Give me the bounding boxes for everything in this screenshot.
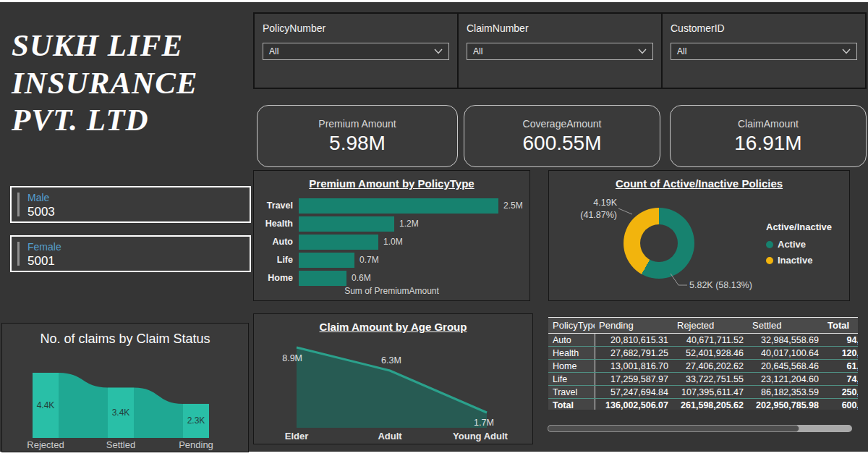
- donut-hole: [640, 224, 678, 262]
- female-value: 5001: [27, 254, 55, 269]
- bar-value-label: 0.7M: [359, 255, 379, 265]
- bar[interactable]: [299, 235, 378, 250]
- table-cell: 20,645,568.46: [748, 360, 823, 373]
- bar-category-label: Travel: [258, 200, 299, 211]
- area-value-label: 1.7M: [474, 418, 494, 428]
- dashboard-canvas: SUKH LIFE INSURANCE PVT. LTD PolicyNumbe…: [0, 2, 868, 452]
- kpi-claim-amount: ClaimAmount 16.91M: [670, 105, 867, 167]
- legend-title: Active/Inactive: [766, 221, 832, 232]
- bar[interactable]: [299, 253, 354, 268]
- funnel-value-label: 4.4K: [37, 400, 55, 410]
- area-category-label: Adult: [378, 431, 402, 442]
- kpi-value: 5.98M: [258, 132, 457, 155]
- table-panel: PolicyTypePendingRejectedSettledTotal Au…: [548, 317, 858, 410]
- vertical-divider: [17, 193, 20, 216]
- table-cell: 107,395,611.47: [673, 386, 748, 399]
- scrollbar-thumb[interactable]: [548, 425, 799, 432]
- legend-item-inactive[interactable]: Inactive: [766, 255, 832, 266]
- funnel-connector: [59, 373, 108, 438]
- table-cell: Home: [548, 360, 595, 373]
- chevron-down-icon: [842, 48, 851, 54]
- customerid-dropdown[interactable]: All: [671, 43, 857, 60]
- bar[interactable]: [299, 198, 498, 214]
- area-category-label: Elder: [285, 431, 309, 442]
- table-row[interactable]: Home13,001,816.7027,406,202.6220,645,568…: [548, 360, 858, 373]
- table-cell: 17,259,587.97: [595, 373, 673, 386]
- table-cell: 52,401,928.46: [673, 347, 748, 360]
- table-cell: 136,002,506.07: [595, 399, 673, 410]
- bar[interactable]: [299, 216, 394, 232]
- area-category-label: Young Adult: [453, 431, 508, 442]
- column-header[interactable]: Pending: [595, 318, 673, 334]
- table-cell: 23,121,204.60: [748, 373, 823, 386]
- donut-chart-panel: Count of Active/Inactive Policies 4.19K …: [548, 170, 850, 301]
- female-card: Female 5001: [10, 235, 251, 272]
- active-dot-icon: [766, 241, 773, 248]
- table-cell: Health: [548, 347, 595, 360]
- slicer-label: PolicyNumber: [263, 22, 449, 34]
- inactive-callout-label: 4.19K (41.87%): [568, 197, 617, 221]
- table-cell: 202,950,785.98: [748, 399, 823, 410]
- chevron-down-icon: [638, 48, 647, 54]
- table-row[interactable]: Auto20,810,615.3140,671,711.5232,984,558…: [548, 334, 858, 347]
- column-header[interactable]: PolicyType: [548, 318, 595, 334]
- table-total-row[interactable]: Total136,002,506.07261,598,205.62202,950…: [548, 399, 858, 410]
- bar-row: Home0.6M: [258, 269, 529, 287]
- table-cell: 13,001,816.70: [595, 360, 673, 373]
- table-cell: 250,: [823, 386, 858, 399]
- horizontal-scrollbar[interactable]: [548, 425, 852, 432]
- table-cell: 27,682,791.25: [595, 347, 673, 360]
- bar-value-label: 1.0M: [383, 237, 403, 247]
- chevron-down-icon: [434, 48, 443, 54]
- funnel-category-label: Pending: [179, 439, 213, 450]
- table-row[interactable]: Life17,259,587.9733,722,751.5523,121,204…: [548, 373, 858, 386]
- table-cell: 40,671,711.52: [673, 334, 748, 347]
- policynumber-dropdown[interactable]: All: [263, 43, 449, 60]
- funnel-connector: [134, 387, 183, 438]
- donut-chart-title: Count of Active/Inactive Policies: [549, 177, 849, 190]
- table-cell: 20,810,615.31: [595, 334, 673, 347]
- table-cell: 32,984,558.69: [748, 334, 823, 347]
- table-cell: 120,: [823, 347, 858, 360]
- kpi-premium-amount: Premium Amount 5.98M: [257, 105, 458, 167]
- column-header[interactable]: Settled: [748, 318, 823, 334]
- bar-value-label: 2.5M: [503, 200, 523, 211]
- funnel-chart-panel: No. of claims by Claim Status 4.4KReject…: [1, 323, 249, 452]
- table-cell: 600,: [823, 399, 858, 410]
- bar-row: Life0.7M: [258, 251, 529, 269]
- column-header[interactable]: Total: [823, 318, 858, 334]
- table-cell: 74,: [823, 373, 858, 386]
- area-chart-panel: Claim Amount by Age Group 8.9MElder6.3MA…: [253, 313, 533, 444]
- bar-row: Travel2.5M: [258, 197, 529, 214]
- female-label: Female: [27, 241, 61, 253]
- bar-value-label: 1.2M: [399, 219, 419, 229]
- kpi-label: ClaimAmount: [671, 118, 866, 130]
- funnel-category-label: Rejected: [27, 439, 64, 450]
- claimnumber-dropdown[interactable]: All: [467, 43, 653, 60]
- slicer-label: CustomerID: [671, 22, 857, 34]
- bar[interactable]: [299, 271, 346, 286]
- kpi-coverage-amount: CoverageAmount 600.55M: [464, 105, 660, 167]
- bar-chart-plot: Travel2.5MHealth1.2MAuto1.0MLife0.7MHome…: [254, 197, 529, 287]
- legend-item-active[interactable]: Active: [766, 239, 832, 250]
- vertical-divider: [17, 242, 20, 266]
- area-value-label: 8.9M: [282, 353, 302, 363]
- male-card: Male 5003: [10, 186, 251, 223]
- table-body: Auto20,810,615.3140,671,711.5232,984,558…: [548, 334, 858, 410]
- table-row[interactable]: Health27,682,791.2552,401,928.4640,017,1…: [548, 347, 858, 360]
- table-row[interactable]: Travel57,247,694.84107,395,611.4786,182,…: [548, 386, 858, 399]
- bar-chart-panel: Premium Amount by PolicyType Travel2.5MH…: [253, 170, 530, 301]
- bar-category-label: Auto: [258, 237, 299, 247]
- table-cell: 94,: [823, 334, 858, 347]
- slicer-customerid: CustomerID All: [663, 14, 865, 88]
- table-cell: 27,406,202.62: [673, 360, 748, 373]
- bar-chart-axis-title: Sum of PremiumAmount: [254, 286, 529, 296]
- table-cell: 40,017,100.64: [748, 347, 823, 360]
- table-cell: Total: [548, 399, 595, 410]
- kpi-label: Premium Amount: [258, 118, 457, 130]
- column-header[interactable]: Rejected: [673, 318, 748, 334]
- dropdown-value: All: [677, 46, 686, 56]
- table-cell: 33,722,751.55: [673, 373, 748, 386]
- bar-value-label: 0.6M: [352, 273, 371, 283]
- funnel-value-label: 3.4K: [112, 408, 130, 418]
